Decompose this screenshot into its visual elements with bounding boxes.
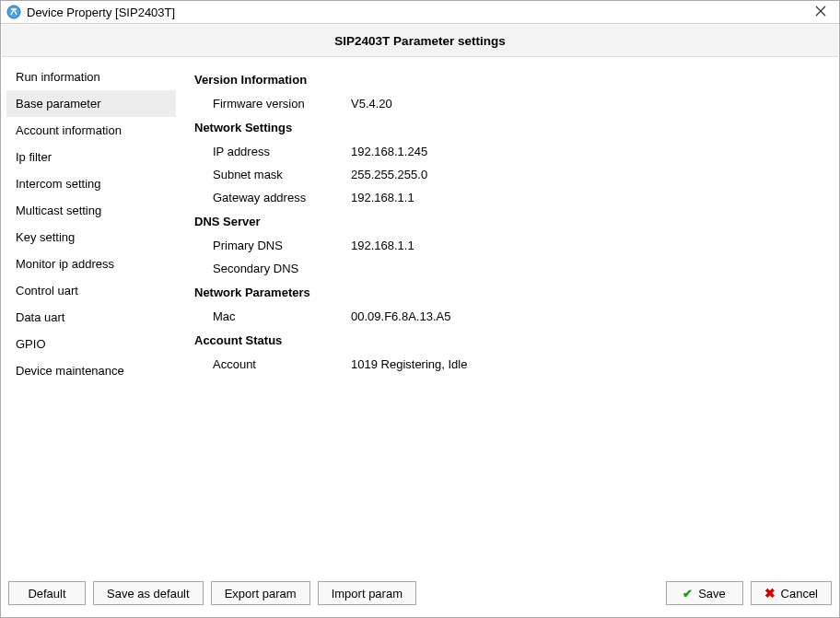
- content: Version Information Firmware version V5.…: [176, 64, 834, 575]
- label-primary-dns: Primary DNS: [194, 239, 351, 252]
- value-primary-dns: 192.168.1.1: [351, 239, 824, 252]
- sidebar-item-label: Base parameter: [16, 97, 101, 111]
- label-subnet-mask: Subnet mask: [194, 168, 351, 181]
- close-icon: [815, 6, 826, 17]
- section-heading-dns-server: DNS Server: [194, 211, 824, 232]
- sidebar-item-label: GPIO: [16, 337, 46, 351]
- sidebar-item-label: Control uart: [16, 284, 78, 297]
- sidebar-item-base-parameter[interactable]: Base parameter: [6, 90, 176, 117]
- sidebar-item-data-uart[interactable]: Data uart: [6, 304, 176, 331]
- cancel-button[interactable]: ✖ Cancel: [751, 581, 832, 605]
- sidebar-item-device-maintenance[interactable]: Device maintenance: [6, 357, 176, 384]
- default-button[interactable]: Default: [8, 581, 86, 605]
- save-button[interactable]: ✔ Save: [666, 581, 743, 605]
- section-heading-account-status: Account Status: [194, 330, 824, 351]
- body: Run information Base parameter Account i…: [1, 58, 839, 575]
- sidebar-item-multicast-setting[interactable]: Multicast setting: [6, 197, 176, 224]
- sidebar-item-gpio[interactable]: GPIO: [6, 331, 176, 357]
- sidebar-item-label: Device maintenance: [16, 364, 124, 378]
- sidebar: Run information Base parameter Account i…: [6, 64, 176, 575]
- button-label: Import param: [332, 587, 402, 601]
- sidebar-item-monitor-ip-address[interactable]: Monitor ip address: [6, 251, 176, 277]
- value-subnet-mask: 255.255.255.0: [351, 168, 824, 181]
- sidebar-item-intercom-setting[interactable]: Intercom setting: [6, 170, 176, 197]
- sidebar-item-label: Key setting: [16, 230, 75, 244]
- import-param-button[interactable]: Import param: [318, 581, 416, 605]
- sidebar-item-run-information[interactable]: Run information: [6, 64, 176, 90]
- label-gateway-address: Gateway address: [194, 191, 351, 204]
- sidebar-item-label: Multicast setting: [16, 204, 101, 217]
- row-ip-address: IP address 192.168.1.245: [194, 140, 824, 163]
- sidebar-item-label: Intercom setting: [16, 177, 101, 191]
- device-property-window: Device Property [SIP2403T] SIP2403T Para…: [0, 0, 840, 618]
- button-label: Default: [28, 587, 65, 601]
- footer: Default Save as default Export param Imp…: [1, 575, 839, 617]
- sidebar-item-label: Ip filter: [16, 150, 52, 164]
- page-header: SIP2403T Parameter settings: [2, 25, 838, 57]
- close-button[interactable]: [806, 5, 835, 19]
- sidebar-item-label: Run information: [16, 70, 100, 84]
- sidebar-item-ip-filter[interactable]: Ip filter: [6, 144, 176, 170]
- svg-point-0: [7, 6, 20, 18]
- sidebar-item-control-uart[interactable]: Control uart: [6, 277, 176, 304]
- button-label: Export param: [225, 587, 297, 601]
- sidebar-item-label: Data uart: [16, 310, 64, 324]
- value-gateway-address: 192.168.1.1: [351, 191, 824, 204]
- section-heading-version-information: Version Information: [194, 69, 824, 90]
- label-account: Account: [194, 357, 351, 371]
- label-firmware-version: Firmware version: [194, 97, 351, 111]
- label-ip-address: IP address: [194, 145, 351, 158]
- export-param-button[interactable]: Export param: [211, 581, 310, 605]
- label-secondary-dns: Secondary DNS: [194, 262, 351, 275]
- row-mac: Mac 00.09.F6.8A.13.A5: [194, 305, 824, 328]
- row-gateway-address: Gateway address 192.168.1.1: [194, 186, 824, 209]
- value-mac: 00.09.F6.8A.13.A5: [351, 309, 824, 323]
- row-primary-dns: Primary DNS 192.168.1.1: [194, 234, 824, 257]
- app-icon: [6, 5, 21, 19]
- label-mac: Mac: [194, 309, 351, 323]
- row-secondary-dns: Secondary DNS: [194, 257, 824, 280]
- button-label: Save: [698, 587, 726, 601]
- value-account: 1019 Registering, Idle: [351, 357, 824, 371]
- section-heading-network-settings: Network Settings: [194, 117, 824, 138]
- save-as-default-button[interactable]: Save as default: [93, 581, 204, 605]
- value-firmware-version: V5.4.20: [351, 97, 824, 111]
- sidebar-item-key-setting[interactable]: Key setting: [6, 224, 176, 251]
- page-title: SIP2403T Parameter settings: [334, 34, 505, 48]
- titlebar: Device Property [SIP2403T]: [1, 1, 839, 24]
- check-icon: ✔: [682, 587, 693, 601]
- sidebar-item-account-information[interactable]: Account information: [6, 117, 176, 144]
- section-heading-network-parameters: Network Parameters: [194, 282, 824, 303]
- row-firmware-version: Firmware version V5.4.20: [194, 92, 824, 115]
- x-icon: ✖: [764, 586, 776, 601]
- row-subnet-mask: Subnet mask 255.255.255.0: [194, 163, 824, 186]
- window-title: Device Property [SIP2403T]: [27, 6, 806, 19]
- sidebar-item-label: Account information: [16, 123, 122, 137]
- value-ip-address: 192.168.1.245: [351, 145, 824, 158]
- button-label: Save as default: [107, 587, 190, 601]
- row-account: Account 1019 Registering, Idle: [194, 353, 824, 376]
- value-secondary-dns: [351, 262, 824, 275]
- sidebar-item-label: Monitor ip address: [16, 257, 114, 271]
- button-label: Cancel: [781, 587, 818, 601]
